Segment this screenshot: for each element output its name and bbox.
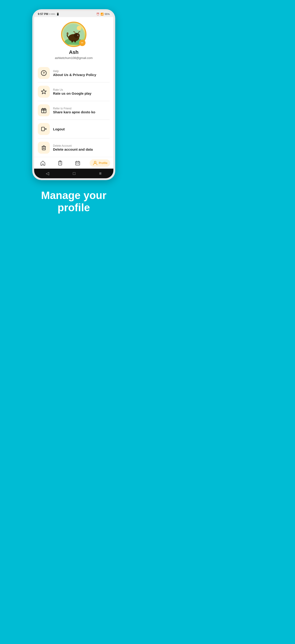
home-icon <box>40 160 46 166</box>
menu-list: ? Help About Us & Privacy Policy <box>34 64 113 157</box>
help-title: About Us & Privacy Policy <box>53 73 96 77</box>
nav-calendar[interactable] <box>72 160 83 167</box>
back-button[interactable]: ◁ <box>46 171 49 176</box>
profile-nav-icon <box>92 160 98 166</box>
status-time: 9:57 PM <box>38 12 48 16</box>
logout-icon-wrap <box>38 123 50 135</box>
nav-profile[interactable]: Profile <box>90 160 110 167</box>
bottom-nav: Profile <box>34 157 113 168</box>
help-icon-wrap: ? <box>38 67 50 79</box>
svg-marker-15 <box>41 89 46 94</box>
rate-text: Rate Us Rate us on Google play <box>53 88 92 95</box>
edit-icon: ✏ <box>81 41 83 44</box>
status-left: 9:57 PM 0 KB/s 📱 <box>38 12 60 16</box>
calendar-icon <box>75 160 80 166</box>
svg-rect-33 <box>76 162 80 165</box>
svg-point-1 <box>77 26 81 30</box>
logout-title: Logout <box>53 127 65 131</box>
user-name: Ash <box>69 49 79 55</box>
rate-subtitle: Rate Us <box>53 88 92 92</box>
menu-item-delete[interactable]: Delete Account Delete account and data <box>38 138 110 157</box>
avatar-container: ✏ <box>61 22 86 47</box>
status-bar: 9:57 PM 0 KB/s 📱 ⏰ 📶 55% <box>34 11 113 17</box>
battery-percent: 55% <box>105 13 110 16</box>
logout-icon <box>41 126 47 132</box>
edit-avatar-button[interactable]: ✏ <box>79 40 86 46</box>
delete-subtitle: Delete Account <box>53 144 93 148</box>
tagline-line2: profile <box>58 202 90 214</box>
help-subtitle: Help <box>53 70 96 73</box>
help-icon: ? <box>41 70 47 76</box>
recents-button[interactable]: ≡ <box>99 171 102 176</box>
signal-icon: 📶 <box>101 13 104 16</box>
menu-item-rate[interactable]: Rate Us Rate us on Google play <box>38 82 110 101</box>
refer-subtitle: Refer to Friend <box>53 107 95 110</box>
logout-text: Logout <box>53 127 65 131</box>
main-content: ✏ Ash ashketchum108@gmail.com ? <box>34 17 113 168</box>
svg-rect-19 <box>42 127 45 131</box>
phone-frame: 9:57 PM 0 KB/s 📱 ⏰ 📶 55% <box>32 9 115 180</box>
svg-rect-11 <box>75 40 76 42</box>
refer-icon-wrap <box>38 104 50 116</box>
rate-icon-wrap <box>38 86 50 98</box>
svg-point-8 <box>78 36 78 37</box>
profile-nav-label: Profile <box>99 162 107 165</box>
svg-point-39 <box>94 161 96 163</box>
svg-point-6 <box>78 35 78 36</box>
nav-home[interactable] <box>37 160 48 167</box>
tagline-line1: Manage your <box>41 189 107 201</box>
tagline: Manage your profile <box>34 189 113 214</box>
delete-title: Delete account and data <box>53 148 93 151</box>
status-right: ⏰ 📶 55% <box>96 13 110 16</box>
home-button[interactable]: □ <box>73 171 75 176</box>
trash-icon <box>41 145 47 151</box>
svg-rect-38 <box>78 163 79 164</box>
menu-item-logout[interactable]: Logout <box>38 120 110 138</box>
help-text: Help About Us & Privacy Policy <box>53 70 96 77</box>
svg-rect-10 <box>72 40 73 42</box>
rate-title: Rate us on Google play <box>53 92 92 95</box>
delete-icon-wrap <box>38 142 50 154</box>
refer-title: Share karo apne dosto ko <box>53 110 95 114</box>
svg-point-9 <box>79 36 79 37</box>
user-email: ashketchum108@gmail.com <box>55 56 93 60</box>
svg-point-7 <box>77 36 80 37</box>
svg-text:?: ? <box>43 71 45 75</box>
svg-rect-37 <box>77 163 77 164</box>
menu-item-refer[interactable]: Refer to Friend Share karo apne dosto ko <box>38 101 110 120</box>
phone-screen: 9:57 PM 0 KB/s 📱 ⏰ 📶 55% <box>34 11 113 178</box>
android-nav-bar: ◁ □ ≡ <box>34 168 113 178</box>
phone-icon: 📱 <box>56 13 60 16</box>
svg-point-12 <box>67 32 69 35</box>
gift-icon <box>41 107 47 113</box>
delete-text: Delete Account Delete account and data <box>53 144 93 151</box>
clipboard-icon <box>57 160 63 166</box>
data-speed: 0 KB/s <box>49 13 55 15</box>
alarm-icon: ⏰ <box>96 13 100 16</box>
star-icon <box>41 89 47 95</box>
refer-text: Refer to Friend Share karo apne dosto ko <box>53 107 95 114</box>
menu-item-help[interactable]: ? Help About Us & Privacy Policy <box>38 64 110 82</box>
nav-clipboard[interactable] <box>55 160 66 167</box>
